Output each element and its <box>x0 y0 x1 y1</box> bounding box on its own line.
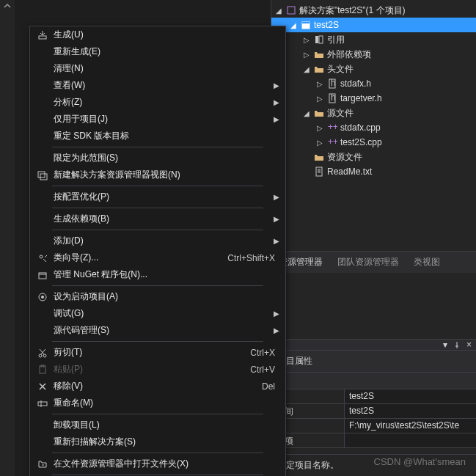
menu-source-control[interactable]: 源代码管理(S) ▶ <box>30 322 285 339</box>
menu-separator <box>52 186 263 186</box>
solution-icon <box>285 5 298 15</box>
menu-label: 清理(N) <box>51 62 281 75</box>
tree-label: 头文件 <box>326 63 354 76</box>
expand-icon[interactable]: ▷ <box>304 36 312 44</box>
menu-open-folder[interactable]: 在文件资源管理器中打开文件夹(X) <box>30 455 285 472</box>
menu-separator <box>52 341 263 342</box>
file-node[interactable]: ▷ h stdafx.h <box>271 76 476 91</box>
file-node[interactable]: ReadMe.txt <box>271 164 476 179</box>
header-files-node[interactable]: ◢ 头文件 <box>271 62 476 76</box>
svg-text:++: ++ <box>328 122 337 132</box>
menu-rebuild[interactable]: 重新生成(E) <box>30 43 285 60</box>
project-icon <box>299 20 312 30</box>
submenu-arrow-icon: ▶ <box>274 98 281 106</box>
folder-icon <box>312 108 326 118</box>
menu-shortcut: Ctrl+Shift+X <box>227 253 281 263</box>
expand-icon[interactable]: ▷ <box>304 51 312 59</box>
menu-remove[interactable]: 移除(V) Del <box>30 378 285 395</box>
svg-point-3 <box>40 255 43 258</box>
menu-rename[interactable]: 重命名(M) <box>30 395 285 411</box>
menu-new-view[interactable]: 新建解决方案资源管理器视图(N) <box>30 166 285 183</box>
property-row[interactable]: F:\my_virus\test2S\test2S\te <box>271 419 476 433</box>
svg-point-6 <box>41 296 44 299</box>
tree-label: 解决方案"test2S"(1 个项目) <box>298 4 406 17</box>
menu-add[interactable]: 添加(D) ▶ <box>30 232 285 249</box>
pin-icon[interactable] <box>453 341 461 348</box>
tree-label: stdafx.h <box>339 78 371 89</box>
menu-class-wizard[interactable]: 类向导(Z)... Ctrl+Shift+X <box>30 249 285 266</box>
file-node[interactable]: ▷ ++ test2S.cpp <box>271 135 476 150</box>
property-row[interactable]: 空间 test2S <box>271 404 476 419</box>
expand-icon[interactable]: ◢ <box>304 109 312 117</box>
menu-clean[interactable]: 清理(N) <box>30 60 285 77</box>
solution-tree[interactable]: ◢ 解决方案"test2S"(1 个项目) ◢ test2S ▷ 引用 ▷ 外部… <box>271 0 476 185</box>
svg-rect-1 <box>38 172 45 177</box>
svg-rect-0 <box>39 36 46 39</box>
menu-label: 新建解决方案资源管理器视图(N) <box>51 169 281 181</box>
submenu-arrow-icon: ▶ <box>274 215 281 223</box>
references-node[interactable]: ▷ 引用 <box>271 32 476 47</box>
class-wizard-icon <box>34 253 51 263</box>
menu-unload[interactable]: 卸载项目(L) <box>30 417 285 433</box>
solution-node[interactable]: ◢ 解决方案"test2S"(1 个项目) <box>271 3 476 18</box>
startup-icon <box>34 292 51 302</box>
property-row[interactable]: 赖项 <box>271 433 476 448</box>
property-value[interactable]: test2S <box>345 389 476 403</box>
menu-label: 重定 SDK 版本目标 <box>51 130 281 142</box>
wrench-icon[interactable] <box>277 376 470 386</box>
scroll-up-icon[interactable] <box>4 2 11 10</box>
h-file-icon: h <box>326 93 339 103</box>
dropdown-arrow-icon[interactable]: ▾ <box>443 340 447 350</box>
menu-debug[interactable]: 调试(G) ▶ <box>30 305 285 322</box>
menu-analyze[interactable]: 分析(Z) ▶ <box>30 94 285 111</box>
references-icon <box>312 34 326 45</box>
project-node[interactable]: ◢ test2S <box>271 18 476 32</box>
expand-icon[interactable]: ◢ <box>276 7 285 15</box>
tree-label: ReadMe.txt <box>326 166 372 177</box>
property-row[interactable]: test2S <box>271 389 476 404</box>
tree-label: stdafx.cpp <box>339 122 381 133</box>
menu-rescan[interactable]: 重新扫描解决方案(S) <box>30 433 285 450</box>
expand-icon[interactable]: ◢ <box>290 21 299 29</box>
menu-build[interactable]: 生成(U) <box>30 26 285 43</box>
tab-class-view[interactable]: 类视图 <box>406 252 447 273</box>
tab-team-explorer[interactable]: 团队资源管理器 <box>330 252 406 273</box>
submenu-arrow-icon: ▶ <box>274 326 281 334</box>
menu-build-deps[interactable]: 生成依赖项(B) ▶ <box>30 210 285 227</box>
svg-rect-2 <box>40 174 47 180</box>
menu-optimize[interactable]: 按配置优化(P) ▶ <box>30 188 285 205</box>
tree-label: test2S.cpp <box>339 137 382 147</box>
solution-explorer-panel: ◢ 解决方案"test2S"(1 个项目) ◢ test2S ▷ 引用 ▷ 外部… <box>271 0 476 476</box>
tree-label: 源文件 <box>326 107 354 120</box>
cpp-file-icon: ++ <box>326 122 339 133</box>
folder-icon <box>312 152 326 162</box>
properties-grid[interactable]: test2S 空间 test2S F:\my_virus\test2S\test… <box>271 389 476 448</box>
tree-label: targetver.h <box>339 93 382 103</box>
file-node[interactable]: ▷ ++ stdafx.cpp <box>271 120 476 135</box>
external-deps-node[interactable]: ▷ 外部依赖项 <box>271 47 476 62</box>
property-value[interactable] <box>345 433 476 447</box>
resource-files-node[interactable]: 资源文件 <box>271 150 476 164</box>
menu-label: 分析(Z) <box>51 96 274 109</box>
menu-label: 移除(V) <box>51 380 262 392</box>
menu-view[interactable]: 查看(W) ▶ <box>30 77 285 94</box>
file-node[interactable]: ▷ h targetver.h <box>271 91 476 106</box>
menu-label: 重新扫描解决方案(S) <box>51 436 281 448</box>
menu-label: 限定为此范围(S) <box>51 152 281 164</box>
menu-project-only[interactable]: 仅用于项目(J) ▶ <box>30 111 285 128</box>
open-folder-icon <box>34 459 51 469</box>
menu-nuget[interactable]: 管理 NuGet 程序包(N)... <box>30 266 285 283</box>
close-icon[interactable]: × <box>466 340 472 350</box>
property-value[interactable]: F:\my_virus\test2S\test2S\te <box>345 419 476 433</box>
editor-gutter <box>0 0 15 476</box>
property-value[interactable]: test2S <box>345 404 476 418</box>
menu-retarget[interactable]: 重定 SDK 版本目标 <box>30 128 285 144</box>
submenu-arrow-icon: ▶ <box>274 237 281 245</box>
menu-cut[interactable]: 剪切(T) Ctrl+X <box>30 344 285 361</box>
menu-shortcut: Ctrl+V <box>250 365 281 375</box>
menu-scope-to[interactable]: 限定为此范围(S) <box>30 150 285 166</box>
expand-icon[interactable]: ◢ <box>304 65 312 73</box>
menu-label: 管理 NuGet 程序包(N)... <box>51 268 281 281</box>
source-files-node[interactable]: ◢ 源文件 <box>271 106 476 120</box>
menu-startup[interactable]: 设为启动项目(A) <box>30 288 285 305</box>
